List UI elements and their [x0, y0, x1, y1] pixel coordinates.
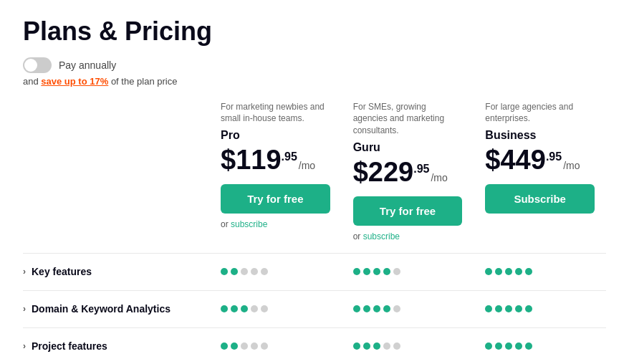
feature-name: Project features [32, 340, 107, 352]
dot-4 [525, 343, 532, 350]
price-main-guru: $229 [353, 157, 414, 188]
plan-header-pro: For marketing newbies and small in-house… [209, 101, 342, 253]
page-title: Plans & Pricing [23, 17, 606, 46]
save-suffix: of the plan price [111, 76, 178, 87]
subscribe-link-pro[interactable]: subscribe [231, 219, 267, 229]
feature-value-business-2 [474, 332, 606, 360]
subscribe-button-business[interactable]: Subscribe [485, 184, 595, 214]
dot-1 [495, 305, 502, 312]
feature-value-pro-0 [209, 258, 342, 285]
price-cents-business: .95 [546, 150, 562, 163]
price-main-pro: $119 [221, 145, 282, 176]
dot-3 [383, 268, 390, 275]
dot-0 [485, 305, 492, 312]
chevron-icon: › [23, 267, 26, 277]
feature-row: ›Domain & Keyword Analytics [23, 290, 606, 327]
dot-1 [231, 305, 238, 312]
price-cents-guru: .95 [413, 163, 429, 176]
dot-4 [261, 343, 268, 350]
plan-header-business: For large agencies and enterprises. Busi… [474, 101, 606, 253]
price-main-business: $449 [485, 145, 546, 176]
feature-label-1[interactable]: ›Domain & Keyword Analytics [23, 293, 209, 325]
dot-3 [251, 343, 258, 350]
or-subscribe-guru: or subscribe [353, 231, 463, 241]
dot-0 [221, 305, 228, 312]
dots-pro-2 [221, 343, 268, 350]
features-container: ›Key features›Domain & Keyword Analytics… [23, 253, 606, 364]
dot-0 [353, 305, 360, 312]
dot-4 [393, 343, 400, 350]
feature-label-2[interactable]: ›Project features [23, 330, 209, 362]
dot-3 [251, 268, 258, 275]
plan-header-guru: For SMEs, growing agencies and marketing… [342, 101, 474, 253]
dots-pro-0 [221, 268, 268, 275]
plan-name-business: Business [485, 129, 595, 142]
toggle-knob [24, 59, 37, 72]
pricing-header-grid: For marketing newbies and small in-house… [23, 101, 606, 253]
dot-2 [241, 305, 248, 312]
plan-name-guru: Guru [353, 141, 463, 154]
dot-3 [383, 305, 390, 312]
plan-price-business: $449 .95 /mo [485, 145, 595, 176]
dot-1 [363, 268, 370, 275]
dot-4 [525, 268, 532, 275]
plan-price-guru: $229 .95 /mo [353, 157, 463, 188]
dot-4 [393, 268, 400, 275]
dot-3 [515, 268, 522, 275]
dot-3 [383, 343, 390, 350]
dot-1 [363, 343, 370, 350]
save-prefix: and [23, 76, 39, 87]
dot-2 [373, 305, 380, 312]
subscribe-link-guru[interactable]: subscribe [363, 231, 400, 241]
dot-4 [261, 268, 268, 275]
dot-3 [251, 305, 258, 312]
dots-business-1 [485, 305, 532, 312]
price-cents-pro: .95 [282, 150, 297, 163]
dots-guru-0 [353, 268, 400, 275]
header-empty [23, 101, 209, 253]
dot-1 [495, 268, 502, 275]
dot-0 [353, 268, 360, 275]
dots-guru-1 [353, 305, 400, 312]
feature-value-business-1 [474, 295, 606, 322]
feature-value-guru-2 [342, 332, 474, 360]
save-text-row: and save up to 17% of the plan price [23, 76, 606, 87]
plan-price-pro: $119 .95 /mo [221, 145, 330, 176]
feature-value-pro-1 [209, 295, 342, 322]
dots-guru-2 [353, 343, 400, 350]
feature-label-0[interactable]: ›Key features [23, 256, 209, 287]
dot-1 [495, 343, 502, 350]
billing-toggle[interactable] [23, 57, 52, 73]
or-subscribe-pro: or subscribe [221, 219, 330, 229]
feature-row: ›Key features [23, 253, 606, 290]
dot-3 [515, 305, 522, 312]
dot-0 [353, 343, 360, 350]
dot-2 [241, 343, 248, 350]
toggle-label: Pay annually [59, 59, 116, 71]
dot-4 [261, 305, 268, 312]
dot-1 [231, 343, 238, 350]
dots-business-0 [485, 268, 532, 275]
dot-3 [515, 343, 522, 350]
feature-value-pro-2 [209, 332, 342, 360]
try-free-button-guru[interactable]: Try for free [353, 196, 463, 226]
save-highlight: save up to 17% [41, 76, 108, 87]
dot-2 [505, 305, 512, 312]
dot-2 [505, 268, 512, 275]
dot-4 [525, 305, 532, 312]
try-free-button-pro[interactable]: Try for free [221, 184, 330, 214]
dots-pro-1 [221, 305, 268, 312]
plan-name-pro: Pro [221, 129, 330, 142]
dot-1 [363, 305, 370, 312]
main-container: Plans & Pricing Pay annually and save up… [0, 0, 629, 364]
plan-subtitle-pro: For marketing newbies and small in-house… [221, 101, 330, 125]
billing-toggle-row: Pay annually [23, 57, 606, 73]
dot-4 [393, 305, 400, 312]
plan-subtitle-guru: For SMEs, growing agencies and marketing… [353, 101, 463, 137]
dot-2 [373, 268, 380, 275]
dot-1 [231, 268, 238, 275]
feature-value-guru-1 [342, 295, 474, 322]
dots-business-2 [485, 343, 532, 350]
feature-value-guru-0 [342, 258, 474, 285]
chevron-icon: › [23, 341, 26, 351]
